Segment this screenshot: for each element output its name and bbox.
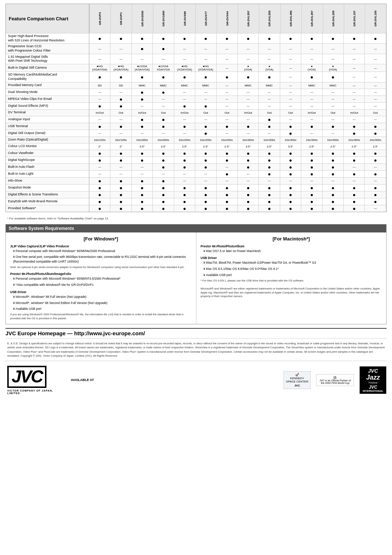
footer-disclaimer: E. & O.E. Design & specifications are su…	[5, 341, 387, 358]
value-cell: ●	[174, 191, 195, 198]
value-cell: —	[174, 130, 195, 137]
available-at-text: AVAILABLE AT	[71, 378, 94, 382]
value-cell: MMC	[259, 82, 280, 89]
value-cell: —	[259, 130, 280, 137]
value-cell: —	[280, 89, 301, 96]
value-cell: —	[344, 178, 365, 184]
value-cell: 3.5"	[153, 143, 174, 150]
value-cells: ●●●●●●●●●●●●●●	[89, 150, 386, 157]
value-cell: —	[217, 130, 238, 137]
value-cell: 10x/300x	[365, 137, 386, 143]
model-header-grdv2000: GR-DV2000	[132, 4, 153, 33]
value-cell: ●	[89, 150, 110, 157]
value-cell: —	[110, 164, 131, 170]
value-cell: —	[301, 130, 322, 137]
value-cell: ●	[153, 185, 174, 191]
value-cell: ●	[132, 157, 153, 163]
value-cell: ●	[110, 157, 131, 163]
value-cell: ●	[280, 123, 301, 130]
chart-row: USB Terminal●●●●●●●●●●●●●●	[6, 123, 386, 130]
value-cell: ● (VGA)	[323, 64, 344, 72]
model-header-grdvl450: GR-DVL450	[280, 4, 301, 33]
value-cell: ●	[132, 150, 153, 157]
feature-name: Digital NightScope	[6, 157, 89, 163]
value-cell: —	[280, 72, 301, 82]
value-cell: ●	[132, 198, 153, 205]
value-cell: ●	[238, 123, 259, 130]
model-header-grdvx88: GR-DVX88	[174, 4, 195, 33]
value-cell: ●	[153, 164, 174, 170]
value-cell: ●UXGA (XGA/VGA)	[132, 64, 153, 72]
value-cell: —	[174, 54, 195, 64]
value-cell: —	[195, 116, 216, 123]
value-cells: —●●———————————	[89, 96, 386, 102]
value-cell: 2.5"	[195, 143, 216, 150]
value-cell: ●	[259, 164, 280, 170]
value-cell: —	[132, 130, 153, 137]
value-cell: ●	[195, 72, 216, 82]
value-cell: ●	[153, 89, 174, 96]
model-header-grdv1800: GR-DV1800	[153, 4, 174, 33]
value-cell: —	[259, 54, 280, 64]
windows-title: [For Windows*]	[10, 236, 192, 242]
value-cell: ●	[344, 205, 365, 212]
value-cell: ●	[301, 33, 322, 43]
subsection-list: Microsoft*, Windows* 98 Full Version (No…	[10, 295, 192, 311]
jvc-logo-area: JVC VICTOR COMPANY OF JAPAN, LIMITED	[5, 364, 64, 396]
value-cells: —————●———●——●●	[89, 130, 386, 137]
value-cell: ●	[110, 205, 131, 212]
value-cell: —	[280, 116, 301, 123]
value-cell: Out	[365, 110, 386, 116]
value-cell: —	[344, 82, 365, 89]
value-cell: ●	[238, 164, 259, 170]
value-cell: —	[195, 171, 216, 177]
feature-name: Progressive Scan CCD with Progressive Co…	[6, 44, 89, 53]
value-cell: Out	[323, 110, 344, 116]
feature-name: USB Terminal	[6, 123, 89, 130]
value-cell: —	[153, 103, 174, 109]
value-cell: ●	[153, 178, 174, 184]
feature-name: Snapshot Mode	[6, 185, 89, 191]
value-cell: ● (VGA)	[259, 64, 280, 72]
feature-name: Digital Still Output (Serial)	[6, 130, 89, 137]
value-cell: ●	[217, 185, 238, 191]
value-cell: ●HG (XGA/VGA)	[110, 64, 131, 72]
value-cell: —	[323, 96, 344, 102]
value-cell: ●	[323, 205, 344, 212]
chart-row: DV TerminalIn/OutOutIn/OutOutIn/OutOutOu…	[6, 109, 386, 116]
value-cell: ●	[259, 171, 280, 177]
value-cell: ●	[89, 33, 110, 43]
model-header-grdvp3: GR-DVP3	[89, 4, 110, 33]
value-cell: ●	[132, 185, 153, 191]
value-cell: ●HG (XGA/VGA)	[89, 64, 110, 72]
value-cell: Out	[110, 110, 131, 116]
value-cell: —	[323, 116, 344, 123]
value-cell: —	[110, 54, 131, 64]
value-cell: —	[301, 116, 322, 123]
value-cell: 10x/100x	[110, 137, 131, 143]
value-cell: ●	[132, 96, 153, 102]
value-cell: ●	[110, 123, 131, 130]
footer-section: JVC VICTOR COMPANY OF JAPAN, LIMITED AVA…	[5, 361, 387, 396]
value-cell: ●	[344, 191, 365, 198]
value-cell: —	[89, 54, 110, 64]
value-cell: ●	[110, 178, 131, 184]
value-cell: —	[174, 171, 195, 177]
value-cell: 10x/300x	[280, 137, 301, 143]
value-cell: ●	[238, 191, 259, 198]
value-cell: ●	[217, 205, 238, 212]
chart-row: Provided Software*●●●●●●●●●●●●●—	[6, 205, 386, 212]
value-cell: —	[217, 64, 238, 72]
model-headers: GR-DVP3GR-DVP1GR-DV2000GR-DV1800GR-DVX88…	[89, 4, 386, 33]
value-cell: —	[174, 178, 195, 184]
value-cell: ●	[153, 72, 174, 82]
value-cell: —	[174, 89, 195, 96]
value-cell: ●	[365, 191, 386, 198]
value-cell: —	[238, 54, 259, 64]
subsection-title: Presto! Mr.Photo/PhotoAlbum	[201, 244, 382, 248]
value-cell: ●	[280, 150, 301, 157]
chart-row: Zoom Ratio (Optical/Digital)10x/100x10x/…	[6, 137, 386, 143]
value-cell: ●	[238, 33, 259, 43]
value-cell: ●	[110, 33, 131, 43]
value-cell: ●	[195, 205, 216, 212]
